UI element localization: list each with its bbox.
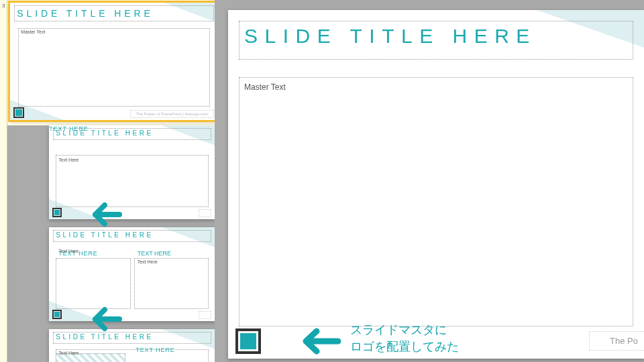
master-slide[interactable]: SLIDE TITLE HERE Master Text The Power o… xyxy=(10,3,215,120)
body-placeholder-frame xyxy=(18,28,210,107)
slide-body-right: Text Here xyxy=(138,259,158,264)
slide-body-left: Text Here xyxy=(58,249,78,253)
body-placeholder-frame xyxy=(56,155,209,207)
slide-canvas-area[interactable]: SLIDE TITLE HERE Master Text The Po xyxy=(215,0,644,362)
body-placeholder-frame xyxy=(56,349,209,362)
slide-body: Master Text xyxy=(21,29,45,34)
body-placeholder-frame xyxy=(134,258,209,309)
annotation-line-2: ロゴを配置してみた xyxy=(350,340,459,353)
outline-gutter: 3 xyxy=(0,0,7,362)
slide-footer[interactable]: The Po xyxy=(589,331,644,351)
slide-subtitle-right: TEXT HERE xyxy=(138,250,171,257)
slide-body: Text Here xyxy=(58,351,78,355)
layout-slide[interactable]: SLIDE TITLE HERE TEXT HERE Text Here · xyxy=(49,125,215,219)
slide-title: SLIDE TITLE HERE xyxy=(17,8,153,19)
slide-title: SLIDE TITLE HERE xyxy=(56,231,153,239)
annotation-text: スライドマスタに ロゴを配置してみた xyxy=(350,322,459,355)
body-placeholder-frame xyxy=(56,258,131,309)
slide-body[interactable]: Master Text xyxy=(244,82,286,92)
slide-footer: The Power of PowerPoint | thepopp.com xyxy=(130,110,215,118)
logo-icon xyxy=(54,210,60,215)
annotation-arrow-icon xyxy=(297,323,345,359)
layout-slide[interactable]: SLIDE TITLE HERE TEXT HERE Text Here xyxy=(49,329,215,362)
slide-number: 3 xyxy=(2,3,5,9)
slide-body: Text Here xyxy=(58,158,78,162)
layout-slide[interactable]: SLIDE TITLE HERE TEXT HERE TEXT HERE Tex… xyxy=(49,227,215,321)
logo-icon xyxy=(15,109,22,116)
slide-footer: · xyxy=(199,209,212,217)
master-thumbnail[interactable]: SLIDE TITLE HERE Master Text The Power o… xyxy=(7,0,215,125)
annotation-arrow-icon xyxy=(86,198,126,231)
body-placeholder-frame[interactable] xyxy=(239,77,633,326)
annotation-line-1: スライドマスタに xyxy=(350,323,447,337)
logo-icon xyxy=(54,312,60,317)
slide-subtitle: TEXT HERE xyxy=(49,125,88,132)
logo-icon[interactable] xyxy=(240,333,256,349)
slide-title[interactable]: SLIDE TITLE HERE xyxy=(244,25,537,48)
canvas-slide[interactable]: SLIDE TITLE HERE Master Text The Po xyxy=(228,10,644,359)
annotation-arrow-icon xyxy=(86,303,126,335)
slide-footer: · xyxy=(199,311,212,319)
